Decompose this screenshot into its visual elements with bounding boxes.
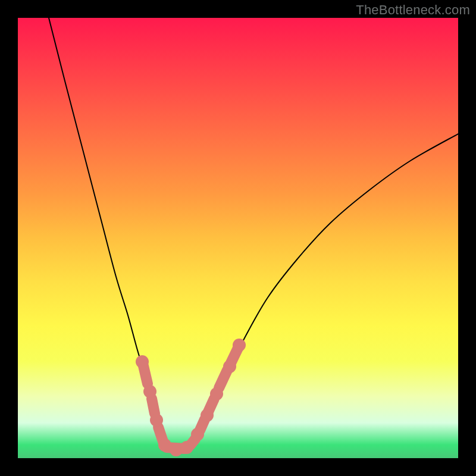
necklace-bead bbox=[223, 360, 236, 373]
bottleneck-curve bbox=[49, 18, 458, 450]
necklace-segment bbox=[200, 419, 205, 430]
necklace-bead bbox=[143, 385, 156, 398]
necklace-bead bbox=[150, 414, 163, 427]
curve-overlay bbox=[18, 18, 458, 458]
necklace-bead bbox=[210, 387, 223, 400]
necklace-segment bbox=[152, 399, 155, 414]
necklace-segment bbox=[143, 366, 148, 384]
necklace-bead bbox=[158, 439, 171, 452]
necklace-segment bbox=[219, 370, 227, 388]
watermark-text: TheBottleneck.com bbox=[356, 2, 470, 18]
necklace-bead bbox=[180, 441, 193, 454]
necklace-bead bbox=[191, 428, 204, 441]
necklace-bead bbox=[201, 409, 214, 422]
necklace-bead bbox=[136, 355, 149, 368]
necklace-overlay bbox=[136, 339, 246, 456]
necklace-bead bbox=[233, 339, 246, 352]
